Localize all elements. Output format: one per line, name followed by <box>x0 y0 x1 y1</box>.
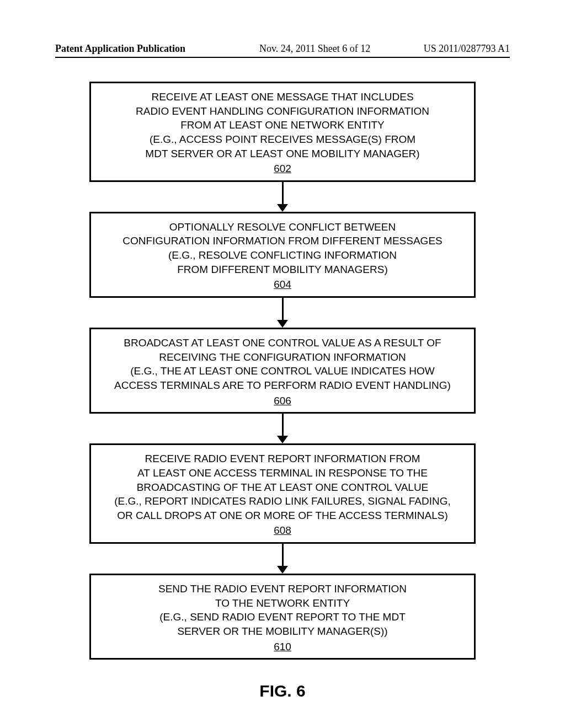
page-header: Patent Application Publication Nov. 24, … <box>55 43 510 58</box>
step-text-line: RADIO EVENT HANDLING CONFIGURATION INFOR… <box>101 104 464 119</box>
step-text-line: (E.G., THE AT LEAST ONE CONTROL VALUE IN… <box>101 364 464 378</box>
step-text-line: FROM AT LEAST ONE NETWORK ENTITY <box>101 118 464 132</box>
step-text-line: SERVER OR THE MOBILITY MANAGER(S)) <box>101 624 464 639</box>
page: Patent Application Publication Nov. 24, … <box>0 0 565 728</box>
flow-arrow-icon <box>277 544 288 574</box>
step-number: 610 <box>274 640 291 654</box>
step-text-line: AT LEAST ONE ACCESS TERMINAL IN RESPONSE… <box>101 466 464 480</box>
step-text-line: RECEIVE AT LEAST ONE MESSAGE THAT INCLUD… <box>101 90 464 104</box>
step-text-line: FROM DIFFERENT MOBILITY MANAGERS) <box>101 263 464 277</box>
flow-arrow-icon <box>277 298 288 328</box>
step-text-line: RECEIVING THE CONFIGURATION INFORMATION <box>101 350 464 365</box>
step-number: 606 <box>274 394 291 408</box>
step-text-line: SEND THE RADIO EVENT REPORT INFORMATION <box>101 582 464 596</box>
step-text-line: (E.G., ACCESS POINT RECEIVES MESSAGE(S) … <box>101 132 464 147</box>
step-text-line: (E.G., REPORT INDICATES RADIO LINK FAILU… <box>101 494 464 508</box>
flow-step-608: RECEIVE RADIO EVENT REPORT INFORMATION F… <box>89 443 476 544</box>
flow-arrow-icon <box>277 414 288 443</box>
step-text-line: TO THE NETWORK ENTITY <box>101 596 464 611</box>
flow-step-604: OPTIONALLY RESOLVE CONFLICT BETWEENCONFI… <box>89 212 476 298</box>
step-number: 604 <box>274 277 291 292</box>
step-text-line: OR CALL DROPS AT ONE OR MORE OF THE ACCE… <box>101 508 464 523</box>
step-text-line: (E.G., SEND RADIO EVENT REPORT TO THE MD… <box>101 610 464 624</box>
flow-arrow-icon <box>277 182 288 212</box>
figure-label: FIG. 6 <box>0 682 565 700</box>
step-text-line: RECEIVE RADIO EVENT REPORT INFORMATION F… <box>101 452 464 466</box>
step-text-line: BROADCAST AT LEAST ONE CONTROL VALUE AS … <box>101 336 464 350</box>
step-text-line: OPTIONALLY RESOLVE CONFLICT BETWEEN <box>101 220 464 234</box>
flow-step-610: SEND THE RADIO EVENT REPORT INFORMATIONT… <box>89 574 476 660</box>
header-right: US 2011/0287793 A1 <box>424 43 510 55</box>
step-text-line: BROADCASTING OF THE AT LEAST ONE CONTROL… <box>101 480 464 495</box>
step-number: 602 <box>274 162 291 176</box>
header-mid: Nov. 24, 2011 Sheet 6 of 12 <box>259 43 370 55</box>
step-text-line: (E.G., RESOLVE CONFLICTING INFORMATION <box>101 248 464 263</box>
step-number: 608 <box>274 523 291 538</box>
flow-step-606: BROADCAST AT LEAST ONE CONTROL VALUE AS … <box>89 328 476 414</box>
header-left: Patent Application Publication <box>55 43 185 54</box>
step-text-line: CONFIGURATION INFORMATION FROM DIFFERENT… <box>101 234 464 248</box>
step-text-line: ACCESS TERMINALS ARE TO PERFORM RADIO EV… <box>101 378 464 393</box>
flowchart: RECEIVE AT LEAST ONE MESSAGE THAT INCLUD… <box>0 82 565 660</box>
flow-step-602: RECEIVE AT LEAST ONE MESSAGE THAT INCLUD… <box>89 82 476 182</box>
step-text-line: MDT SERVER OR AT LEAST ONE MOBILITY MANA… <box>101 147 464 161</box>
